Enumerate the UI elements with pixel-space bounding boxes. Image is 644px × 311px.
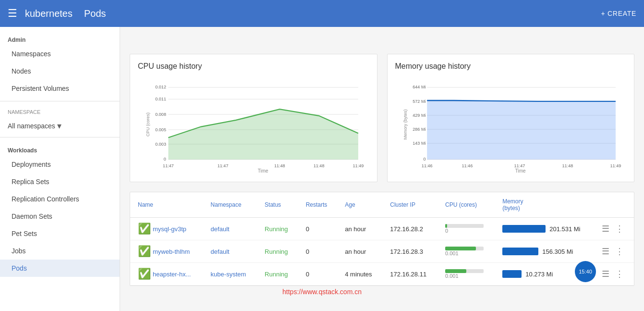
age-value: an hour bbox=[345, 225, 366, 233]
svg-text:572 Mi: 572 Mi bbox=[413, 99, 425, 104]
sidebar-item-persistent-volumes[interactable]: Persistent Volumes bbox=[0, 80, 120, 97]
svg-text:0: 0 bbox=[164, 157, 166, 162]
cpu-bar-container: 0 bbox=[445, 224, 484, 234]
cpu-chart-card: CPU usage history CPU (cores) 0.012 0.01… bbox=[130, 54, 377, 182]
sidebar-item-jobs[interactable]: Jobs bbox=[0, 242, 120, 260]
pod-name-link[interactable]: mysql-gv3tp bbox=[153, 225, 186, 233]
svg-marker-33 bbox=[427, 100, 616, 160]
sidebar-item-replica-sets[interactable]: Replica Sets bbox=[0, 173, 120, 190]
svg-text:0: 0 bbox=[423, 157, 425, 162]
svg-text:286 Mi: 286 Mi bbox=[413, 127, 425, 132]
svg-text:429 Mi: 429 Mi bbox=[413, 113, 425, 118]
memory-chart-title: Memory usage history bbox=[395, 62, 627, 71]
svg-text:0.003: 0.003 bbox=[155, 142, 166, 147]
sidebar-item-deployments[interactable]: Deployments bbox=[0, 156, 120, 173]
svg-text:11:48: 11:48 bbox=[274, 163, 285, 168]
time-badge: 15:40 bbox=[575, 261, 596, 282]
namespace-section: Namespace bbox=[0, 105, 120, 119]
cluster-ip: 172.16.28.11 bbox=[390, 271, 426, 278]
svg-text:Memory (bytes): Memory (bytes) bbox=[403, 109, 408, 139]
status-check-icon: ✅ bbox=[138, 268, 151, 280]
more-icon[interactable]: ⋮ bbox=[615, 269, 624, 279]
sidebar-divider-2 bbox=[0, 137, 120, 137]
topbar: ☰ kubernetes Pods + CREATE bbox=[0, 0, 644, 27]
svg-text:0.008: 0.008 bbox=[155, 112, 166, 117]
page-title: Pods bbox=[84, 8, 601, 19]
memory-cell: 10.273 Mi bbox=[502, 270, 586, 278]
namespace-link[interactable]: kube-system bbox=[211, 271, 246, 278]
more-icon[interactable]: ⋮ bbox=[615, 246, 624, 257]
charts-row: CPU usage history CPU (cores) 0.012 0.01… bbox=[130, 54, 634, 182]
table-row: ✅ heapster-hx... kube-system Running 0 4… bbox=[130, 263, 634, 286]
list-icon[interactable]: ☰ bbox=[602, 269, 609, 279]
sidebar-item-namespaces[interactable]: Namespaces bbox=[0, 45, 120, 62]
memory-value: 201.531 Mi bbox=[549, 225, 580, 233]
cpu-bar bbox=[445, 269, 466, 273]
pods-table: Name Namespace Status Restarts Age Clust… bbox=[130, 192, 634, 286]
svg-text:CPU (cores): CPU (cores) bbox=[146, 112, 150, 137]
svg-text:11:48: 11:48 bbox=[562, 163, 573, 168]
list-icon[interactable]: ☰ bbox=[602, 224, 609, 234]
more-icon[interactable]: ⋮ bbox=[615, 224, 624, 234]
svg-text:11:49: 11:49 bbox=[610, 163, 621, 168]
cluster-ip: 172.16.28.3 bbox=[390, 248, 423, 255]
status-badge: Running bbox=[265, 225, 288, 233]
workloads-section-label: Workloads bbox=[0, 141, 120, 156]
sidebar: Admin Namespaces Nodes Persistent Volume… bbox=[0, 27, 120, 311]
namespace-label: Namespace bbox=[8, 109, 40, 115]
row-actions: ☰ ⋮ bbox=[602, 224, 626, 234]
pod-name-link[interactable]: heapster-hx... bbox=[153, 271, 191, 278]
col-actions bbox=[594, 192, 634, 218]
sidebar-item-pods[interactable]: Pods bbox=[0, 260, 120, 277]
memory-bar bbox=[502, 248, 538, 255]
sidebar-item-nodes[interactable]: Nodes bbox=[0, 62, 120, 80]
row-actions: ☰ ⋮ bbox=[602, 269, 626, 279]
namespace-link[interactable]: default bbox=[211, 225, 230, 233]
status-check-icon: ✅ bbox=[138, 245, 151, 258]
list-icon[interactable]: ☰ bbox=[602, 246, 609, 257]
col-memory: Memory(bytes) bbox=[495, 192, 594, 218]
memory-value: 156.305 Mi bbox=[542, 248, 573, 255]
cpu-value: 0 bbox=[445, 228, 484, 234]
col-name: Name bbox=[130, 192, 203, 218]
svg-text:0.005: 0.005 bbox=[155, 127, 166, 132]
svg-text:0.012: 0.012 bbox=[155, 85, 166, 89]
sidebar-divider-1 bbox=[0, 101, 120, 101]
restarts-count: 0 bbox=[306, 225, 309, 233]
svg-text:11:46: 11:46 bbox=[462, 163, 473, 168]
sidebar-item-daemon-sets[interactable]: Daemon Sets bbox=[0, 208, 120, 225]
chevron-down-icon: ▾ bbox=[57, 121, 61, 131]
cpu-bar-container: 0.001 bbox=[445, 269, 484, 279]
age-value: an hour bbox=[345, 248, 366, 255]
menu-icon[interactable]: ☰ bbox=[8, 7, 17, 20]
col-status: Status bbox=[257, 192, 298, 218]
memory-bar bbox=[502, 225, 546, 233]
col-namespace: Namespace bbox=[203, 192, 257, 218]
cpu-bar bbox=[445, 247, 476, 250]
pods-table-card: Name Namespace Status Restarts Age Clust… bbox=[130, 192, 634, 286]
col-restarts: Restarts bbox=[298, 192, 338, 218]
namespace-selector[interactable]: All namespaces ▾ bbox=[0, 119, 120, 133]
status-check-icon: ✅ bbox=[138, 223, 151, 235]
pod-name-link[interactable]: myweb-thlhm bbox=[153, 248, 190, 255]
memory-chart-svg: Memory (bytes) 644 Mi 572 Mi 429 Mi 286 … bbox=[395, 76, 627, 173]
sidebar-item-replication-controllers[interactable]: Replication Controllers bbox=[0, 190, 120, 208]
cpu-chart-title: CPU usage history bbox=[138, 62, 369, 71]
svg-text:644 Mi: 644 Mi bbox=[413, 85, 425, 89]
svg-text:Time: Time bbox=[515, 168, 525, 173]
table-header-row: Name Namespace Status Restarts Age Clust… bbox=[130, 192, 634, 218]
table-row: ✅ myweb-thlhm default Running 0 an hour … bbox=[130, 240, 634, 263]
svg-text:11:49: 11:49 bbox=[353, 163, 364, 168]
svg-text:Time: Time bbox=[258, 168, 268, 173]
col-cluster-ip: Cluster IP bbox=[382, 192, 437, 218]
namespace-value: All namespaces bbox=[8, 122, 55, 130]
cpu-chart-svg: CPU (cores) 0.012 0.011 0.008 0.005 0.00… bbox=[138, 76, 369, 173]
sidebar-item-pet-sets[interactable]: Pet Sets bbox=[0, 225, 120, 242]
col-cpu: CPU (cores) bbox=[437, 192, 495, 218]
namespace-link[interactable]: default bbox=[211, 248, 230, 255]
restarts-count: 0 bbox=[306, 248, 309, 255]
row-actions: ☰ ⋮ bbox=[602, 246, 626, 257]
create-button[interactable]: + CREATE bbox=[601, 10, 636, 17]
table-row: ✅ mysql-gv3tp default Running 0 an hour … bbox=[130, 218, 634, 240]
cpu-value: 0.001 bbox=[445, 250, 484, 256]
